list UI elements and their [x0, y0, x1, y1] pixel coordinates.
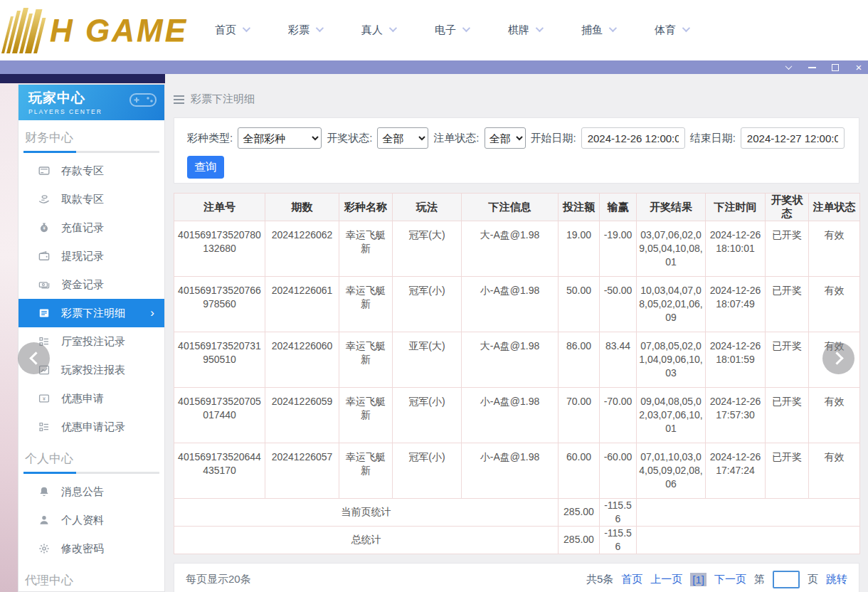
- section-underline: [23, 151, 159, 153]
- draw-status-select[interactable]: 全部: [377, 127, 428, 149]
- sidebar-item-funds-records[interactable]: 资金记录: [18, 270, 164, 299]
- table-cell: 09,04,08,05,02,03,07,06,10,01: [637, 388, 706, 443]
- table-header-row: 注单号期数彩种名称玩法下注信息投注额输赢开奖结果下注时间开奖状态注单状态: [174, 194, 860, 221]
- table-cell: 已开奖: [766, 277, 809, 332]
- jump-page-input[interactable]: [773, 571, 800, 588]
- sidebar-item-withdrawal-records[interactable]: 提现记录: [18, 242, 164, 270]
- table-cell: 幸运飞艇新: [339, 277, 393, 332]
- nav-item-label: 捕鱼: [581, 23, 603, 37]
- chevron-right-icon: [830, 352, 843, 364]
- table-cell: 401569173520705017440: [174, 388, 265, 443]
- table-cell: 07,08,05,02,01,04,09,06,10,03: [637, 332, 706, 388]
- end-date-label: 结束日期:: [690, 132, 736, 145]
- table-row: 40156917352073195051020241226060幸运飞艇新亚军(…: [174, 332, 860, 388]
- nav-item-live[interactable]: 真人: [361, 23, 395, 37]
- sidebar-item-label: 提现记录: [61, 250, 104, 263]
- table-cell: 401569173520644435170: [174, 443, 265, 499]
- table-cell: 冠军(小): [393, 388, 462, 443]
- chevron-right-icon: ›: [150, 306, 164, 320]
- nav-item-sports[interactable]: 体育: [655, 23, 688, 37]
- table-cell: 2024-12-26 17:57:30: [706, 388, 766, 443]
- minimize-icon[interactable]: [807, 63, 817, 73]
- start-date-input[interactable]: [581, 127, 685, 149]
- sidebar-item-label: 厅室投注记录: [61, 335, 125, 349]
- promo-apply-records-icon: [38, 421, 51, 433]
- table-row: 40156917352070501744020241226059幸运飞艇新冠军(…: [174, 388, 860, 443]
- page-size-text: 每页显示20条: [186, 573, 251, 586]
- nav-item-home[interactable]: 首页: [215, 23, 248, 37]
- nav-item-chess[interactable]: 棋牌: [508, 23, 541, 37]
- svg-text:¥: ¥: [43, 396, 46, 401]
- table-cell: 小-A盘@1.98: [462, 277, 559, 332]
- table-cell: 有效: [809, 443, 860, 499]
- order-status-label: 注单状态:: [433, 132, 479, 145]
- page-summary-row: 当前页统计 285.00 -115.56: [174, 499, 860, 527]
- table-row: 40156917352076697856020241226061幸运飞艇新冠军(…: [174, 277, 860, 332]
- column-header: 玩法: [393, 194, 462, 221]
- chevron-down-icon: [389, 24, 397, 32]
- search-button[interactable]: 查询: [187, 156, 224, 179]
- sidebar-item-messages[interactable]: 消息公告: [18, 477, 164, 506]
- order-status-select[interactable]: 全部: [485, 127, 526, 149]
- table-cell: 已开奖: [766, 332, 809, 388]
- first-page-link[interactable]: 首页: [621, 573, 642, 586]
- table-cell: 有效: [809, 388, 860, 443]
- table-cell: 有效: [809, 221, 860, 277]
- table-cell: 19.00: [559, 221, 600, 277]
- sidebar-item-label: 修改密码: [61, 542, 104, 556]
- chevron-down-icon: [609, 24, 617, 32]
- next-page-link[interactable]: 下一页: [714, 573, 746, 586]
- logo: H GAME: [7, 6, 188, 56]
- nav-item-lottery[interactable]: 彩票: [288, 23, 322, 37]
- table-cell: 已开奖: [766, 221, 809, 277]
- sidebar-section-title-agent: 代理中心: [18, 563, 164, 592]
- table-cell: 401569173520780132680: [174, 221, 265, 277]
- menu-hamburger-icon[interactable]: [174, 95, 184, 104]
- table-cell: -19.00: [600, 221, 637, 277]
- window-titlebar: ×: [0, 60, 868, 74]
- table-cell: -60.00: [600, 443, 637, 499]
- nav-item-label: 首页: [215, 23, 236, 37]
- panel-expand-button[interactable]: [822, 342, 854, 374]
- sidebar-item-label: 消息公告: [61, 485, 104, 499]
- bet-details-table: 注单号期数彩种名称玩法下注信息投注额输赢开奖结果下注时间开奖状态注单状态 401…: [174, 193, 860, 554]
- chevron-down-icon: [682, 24, 690, 32]
- jump-button[interactable]: 跳转: [826, 573, 847, 586]
- sidebar-item-label: 优惠申请: [61, 392, 104, 406]
- nav-item-slots[interactable]: 电子: [435, 23, 468, 37]
- close-icon[interactable]: ×: [854, 63, 864, 73]
- chevron-left-icon: [29, 352, 42, 364]
- withdraw-zone-icon: [38, 194, 51, 206]
- sidebar-collapse-button[interactable]: [18, 342, 50, 374]
- prev-page-link[interactable]: 上一页: [650, 573, 682, 586]
- table-cell: 冠军(小): [393, 277, 462, 332]
- maximize-icon[interactable]: [830, 63, 840, 73]
- table-cell: -70.00: [600, 388, 637, 443]
- sidebar-item-deposit-zone[interactable]: 存款专区: [18, 157, 164, 185]
- sidebar-item-lottery-bet-details[interactable]: 彩票下注明细›: [18, 299, 164, 327]
- sidebar-item-promo-apply[interactable]: ¥优惠申请: [18, 384, 164, 413]
- table-cell: 401569173520731950510: [174, 332, 265, 388]
- sidebar-item-label: 资金记录: [61, 278, 104, 292]
- lottery-type-select[interactable]: 全部彩种: [238, 127, 322, 149]
- page-summary-bet: 285.00: [559, 499, 600, 527]
- page-summary-label: 当前页统计: [174, 499, 559, 527]
- profile-icon: [38, 514, 51, 527]
- table-cell: 03,07,06,02,09,05,04,10,08,01: [637, 221, 706, 277]
- table-cell: 07,01,10,03,04,05,09,02,08,06: [637, 443, 706, 499]
- draw-status-label: 开奖状态:: [327, 132, 372, 145]
- sidebar-item-change-password[interactable]: 修改密码: [18, 534, 164, 563]
- sidebar-item-profile[interactable]: 个人资料: [18, 506, 164, 534]
- table-cell: 50.00: [559, 277, 600, 332]
- titlebar-dropdown-icon[interactable]: [783, 63, 793, 73]
- sidebar-item-promo-apply-records[interactable]: 优惠申请记录: [18, 413, 164, 441]
- table-cell: 60.00: [559, 443, 600, 499]
- page-summary-winloss: -115.56: [600, 499, 637, 527]
- sidebar-item-recharge-records[interactable]: ¥充值记录: [18, 213, 164, 242]
- nav-item-fishing[interactable]: 捕鱼: [581, 23, 615, 37]
- sidebar-item-withdraw-zone[interactable]: 取款专区: [18, 185, 164, 213]
- end-date-input[interactable]: [741, 127, 845, 149]
- section-underline: [23, 472, 159, 474]
- table-cell: 已开奖: [766, 388, 809, 443]
- table-cell: 小-A盘@1.98: [462, 388, 559, 443]
